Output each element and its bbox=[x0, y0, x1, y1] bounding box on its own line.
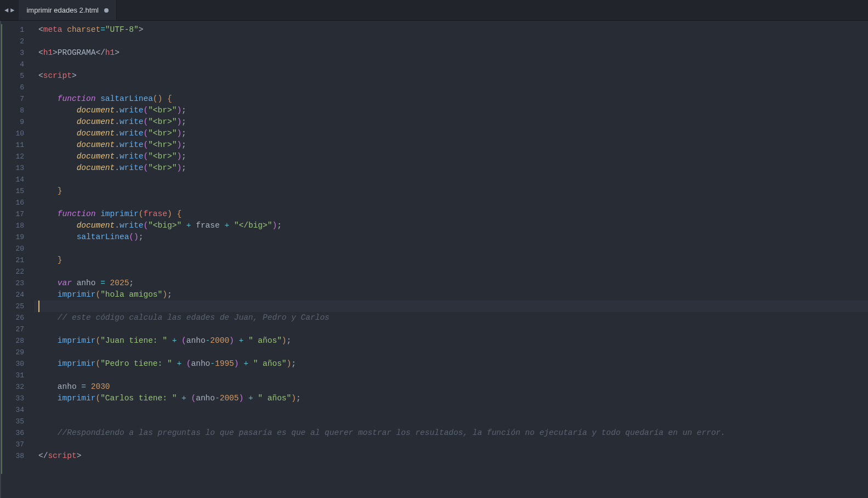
line-number: 18 bbox=[1, 220, 34, 231]
code-line[interactable] bbox=[38, 324, 868, 335]
line-number: 21 bbox=[1, 254, 34, 266]
code-line[interactable] bbox=[38, 347, 868, 358]
code-line[interactable] bbox=[38, 174, 868, 185]
code-line[interactable]: document.write("<br>"); bbox=[38, 151, 868, 162]
code-line[interactable] bbox=[38, 59, 868, 70]
code-line[interactable]: document.write("<br>"); bbox=[38, 128, 868, 139]
line-number: 19 bbox=[1, 231, 34, 243]
code-line[interactable]: } bbox=[38, 254, 868, 266]
code-line[interactable]: var anho = 2025; bbox=[38, 278, 868, 289]
line-number: 24 bbox=[1, 289, 34, 301]
code-line[interactable]: imprimir("Carlos tiene: " + (anho-2005) … bbox=[38, 393, 868, 404]
tab-bar: ◀ ▶ imprimir edades 2.html bbox=[0, 0, 868, 21]
code-line[interactable]: document.write("<br>"); bbox=[38, 105, 868, 116]
code-line[interactable] bbox=[38, 370, 868, 381]
line-number: 31 bbox=[1, 370, 34, 381]
code-line[interactable] bbox=[38, 266, 868, 278]
code-area[interactable]: <meta charset="UTF-8"><h1>PROGRAMA</h1><… bbox=[34, 21, 868, 498]
tab-nav: ◀ ▶ bbox=[0, 0, 19, 20]
code-line[interactable] bbox=[38, 416, 868, 427]
code-line[interactable]: saltarLinea(); bbox=[38, 231, 868, 243]
code-line[interactable]: document.write("<hr>"); bbox=[38, 139, 868, 151]
code-line[interactable]: document.write("<big>" + frase + "</big>… bbox=[38, 220, 868, 231]
code-line[interactable] bbox=[38, 243, 868, 254]
code-line[interactable]: imprimir("hola amigos"); bbox=[38, 289, 868, 301]
line-number: 30 bbox=[1, 358, 34, 370]
line-number: 22 bbox=[1, 266, 34, 278]
code-line[interactable]: document.write("<br>"); bbox=[38, 162, 868, 174]
line-number: 27 bbox=[1, 324, 34, 335]
editor: 1234567891011121314151617181920212223242… bbox=[0, 21, 868, 498]
line-number: 16 bbox=[1, 197, 34, 208]
code-line[interactable]: <script> bbox=[38, 70, 868, 82]
line-number: 5 bbox=[1, 70, 34, 82]
line-number: 20 bbox=[1, 243, 34, 254]
cursor-icon bbox=[38, 301, 39, 312]
line-number: 35 bbox=[1, 416, 34, 427]
code-line[interactable] bbox=[38, 36, 868, 47]
code-line[interactable]: <h1>PROGRAMA</h1> bbox=[38, 47, 868, 59]
line-number: 11 bbox=[1, 139, 34, 151]
line-number: 29 bbox=[1, 347, 34, 358]
code-line[interactable]: document.write("<br>"); bbox=[38, 116, 868, 128]
line-number: 14 bbox=[1, 174, 34, 185]
line-number: 33 bbox=[1, 393, 34, 404]
line-number: 23 bbox=[1, 278, 34, 289]
line-number: 28 bbox=[1, 335, 34, 347]
line-number: 26 bbox=[1, 312, 34, 324]
line-number: 8 bbox=[1, 105, 34, 116]
code-line[interactable] bbox=[38, 82, 868, 93]
line-number: 4 bbox=[1, 59, 34, 70]
code-line[interactable] bbox=[38, 301, 868, 312]
line-number: 38 bbox=[1, 450, 34, 462]
line-number: 15 bbox=[1, 185, 34, 197]
code-line[interactable]: imprimir("Pedro tiene: " + (anho-1995) +… bbox=[38, 358, 868, 370]
code-line[interactable]: function imprimir(frase) { bbox=[38, 208, 868, 220]
tab-title: imprimir edades 2.html bbox=[26, 6, 99, 14]
line-number: 17 bbox=[1, 208, 34, 220]
code-line[interactable]: //Respondiendo a las preguntas lo que pa… bbox=[38, 427, 868, 439]
code-line[interactable]: <meta charset="UTF-8"> bbox=[38, 24, 868, 36]
code-line[interactable] bbox=[38, 197, 868, 208]
line-number: 34 bbox=[1, 404, 34, 416]
code-line[interactable]: } bbox=[38, 185, 868, 197]
line-number: 3 bbox=[1, 47, 34, 59]
line-number: 6 bbox=[1, 82, 34, 93]
file-tab[interactable]: imprimir edades 2.html bbox=[19, 0, 117, 20]
line-number: 37 bbox=[1, 439, 34, 450]
line-number: 9 bbox=[1, 116, 34, 128]
line-number: 7 bbox=[1, 93, 34, 105]
line-number: 36 bbox=[1, 427, 34, 439]
code-line[interactable]: // este código calcula las edades de Jua… bbox=[38, 312, 868, 324]
code-line[interactable]: </script> bbox=[38, 450, 868, 462]
line-number: 32 bbox=[1, 381, 34, 393]
code-line[interactable] bbox=[38, 439, 868, 450]
code-line[interactable]: imprimir("Juan tiene: " + (anho-2000) + … bbox=[38, 335, 868, 347]
unsaved-dot-icon bbox=[104, 8, 109, 13]
line-gutter: 1234567891011121314151617181920212223242… bbox=[0, 21, 34, 498]
line-number: 12 bbox=[1, 151, 34, 162]
nav-forward-icon[interactable]: ▶ bbox=[10, 6, 14, 14]
code-line[interactable]: function saltarLinea() { bbox=[38, 93, 868, 105]
line-number: 2 bbox=[1, 36, 34, 47]
line-number: 10 bbox=[1, 128, 34, 139]
code-line[interactable]: anho = 2030 bbox=[38, 381, 868, 393]
code-line[interactable] bbox=[38, 404, 868, 416]
line-number: 13 bbox=[1, 162, 34, 174]
line-number: 1 bbox=[1, 24, 34, 36]
nav-back-icon[interactable]: ◀ bbox=[4, 6, 8, 14]
line-number: 25 bbox=[1, 301, 34, 312]
